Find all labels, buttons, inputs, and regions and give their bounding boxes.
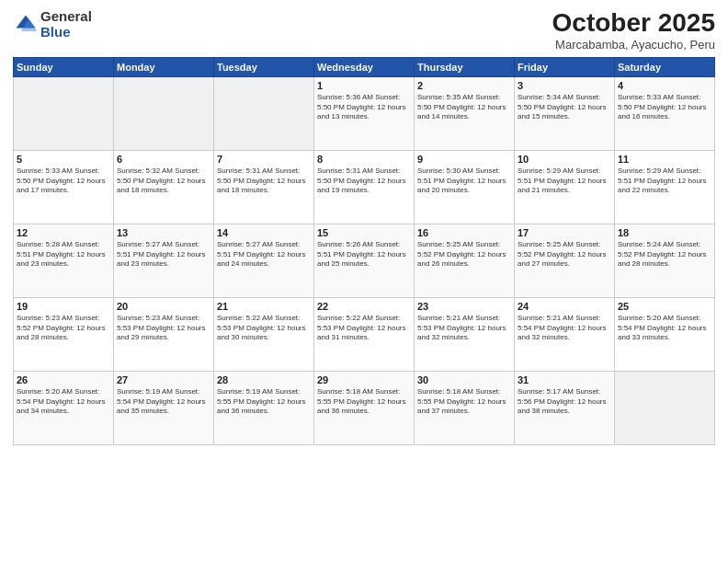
- day-number: 28: [217, 374, 311, 385]
- logo-text: General Blue: [40, 9, 92, 40]
- logo: General Blue: [13, 9, 92, 40]
- page: General Blue October 2025 Marcabamba, Ay…: [0, 0, 728, 563]
- day-info: Sunrise: 5:34 AM Sunset: 5:50 PM Dayligh…: [518, 93, 611, 122]
- calendar-cell: 22Sunrise: 5:22 AM Sunset: 5:53 PM Dayli…: [314, 297, 415, 371]
- weekday-saturday: Saturday: [615, 57, 715, 76]
- day-info: Sunrise: 5:21 AM Sunset: 5:54 PM Dayligh…: [518, 314, 611, 343]
- day-info: Sunrise: 5:19 AM Sunset: 5:55 PM Dayligh…: [217, 387, 311, 417]
- weekday-wednesday: Wednesday: [314, 57, 415, 76]
- day-info: Sunrise: 5:28 AM Sunset: 5:51 PM Dayligh…: [17, 240, 110, 270]
- day-info: Sunrise: 5:26 AM Sunset: 5:51 PM Dayligh…: [317, 240, 411, 270]
- weekday-header-row: Sunday Monday Tuesday Wednesday Thursday…: [14, 57, 715, 76]
- calendar-cell: 16Sunrise: 5:25 AM Sunset: 5:52 PM Dayli…: [415, 224, 515, 297]
- day-info: Sunrise: 5:30 AM Sunset: 5:51 PM Dayligh…: [417, 167, 511, 196]
- day-info: Sunrise: 5:27 AM Sunset: 5:51 PM Dayligh…: [117, 240, 210, 270]
- day-number: 6: [117, 154, 210, 165]
- calendar-cell: 4Sunrise: 5:33 AM Sunset: 5:50 PM Daylig…: [615, 76, 715, 150]
- calendar-cell: [214, 76, 314, 150]
- day-number: 25: [618, 301, 711, 312]
- logo-icon: [13, 12, 39, 38]
- day-number: 22: [317, 301, 411, 312]
- calendar-cell: 24Sunrise: 5:21 AM Sunset: 5:54 PM Dayli…: [515, 297, 615, 371]
- day-number: 16: [417, 227, 511, 238]
- calendar-cell: 20Sunrise: 5:23 AM Sunset: 5:53 PM Dayli…: [114, 297, 214, 371]
- day-info: Sunrise: 5:31 AM Sunset: 5:50 PM Dayligh…: [217, 167, 311, 196]
- calendar-table: Sunday Monday Tuesday Wednesday Thursday…: [13, 57, 715, 445]
- day-info: Sunrise: 5:24 AM Sunset: 5:52 PM Dayligh…: [618, 240, 711, 270]
- day-info: Sunrise: 5:36 AM Sunset: 5:50 PM Dayligh…: [317, 93, 411, 122]
- day-info: Sunrise: 5:22 AM Sunset: 5:53 PM Dayligh…: [217, 314, 311, 343]
- day-number: 14: [217, 227, 311, 238]
- calendar-header: Sunday Monday Tuesday Wednesday Thursday…: [14, 57, 715, 76]
- calendar-cell: 28Sunrise: 5:19 AM Sunset: 5:55 PM Dayli…: [214, 371, 314, 444]
- day-info: Sunrise: 5:19 AM Sunset: 5:54 PM Dayligh…: [117, 387, 210, 417]
- day-info: Sunrise: 5:29 AM Sunset: 5:51 PM Dayligh…: [618, 167, 711, 196]
- calendar-cell: 8Sunrise: 5:31 AM Sunset: 5:50 PM Daylig…: [314, 150, 415, 224]
- calendar-cell: 21Sunrise: 5:22 AM Sunset: 5:53 PM Dayli…: [214, 297, 314, 371]
- calendar-cell: 5Sunrise: 5:33 AM Sunset: 5:50 PM Daylig…: [14, 150, 114, 224]
- logo-blue-text: Blue: [40, 25, 92, 40]
- day-info: Sunrise: 5:23 AM Sunset: 5:52 PM Dayligh…: [17, 314, 110, 343]
- calendar-cell: 27Sunrise: 5:19 AM Sunset: 5:54 PM Dayli…: [114, 371, 214, 444]
- calendar-cell: 15Sunrise: 5:26 AM Sunset: 5:51 PM Dayli…: [314, 224, 415, 297]
- day-number: 19: [17, 301, 110, 312]
- day-info: Sunrise: 5:25 AM Sunset: 5:52 PM Dayligh…: [417, 240, 511, 270]
- day-number: 5: [17, 154, 110, 165]
- calendar-cell: 17Sunrise: 5:25 AM Sunset: 5:52 PM Dayli…: [515, 224, 615, 297]
- day-number: 30: [417, 374, 511, 385]
- day-info: Sunrise: 5:29 AM Sunset: 5:51 PM Dayligh…: [518, 167, 611, 196]
- day-info: Sunrise: 5:20 AM Sunset: 5:54 PM Dayligh…: [618, 314, 711, 343]
- calendar-week-5: 26Sunrise: 5:20 AM Sunset: 5:54 PM Dayli…: [14, 371, 715, 444]
- calendar-cell: 23Sunrise: 5:21 AM Sunset: 5:53 PM Dayli…: [415, 297, 515, 371]
- day-info: Sunrise: 5:27 AM Sunset: 5:51 PM Dayligh…: [217, 240, 311, 270]
- day-info: Sunrise: 5:22 AM Sunset: 5:53 PM Dayligh…: [317, 314, 411, 343]
- day-number: 21: [217, 301, 311, 312]
- day-number: 17: [518, 227, 611, 238]
- day-info: Sunrise: 5:18 AM Sunset: 5:55 PM Dayligh…: [317, 387, 411, 417]
- day-info: Sunrise: 5:18 AM Sunset: 5:55 PM Dayligh…: [417, 387, 511, 417]
- calendar-cell: 19Sunrise: 5:23 AM Sunset: 5:52 PM Dayli…: [14, 297, 114, 371]
- calendar-week-4: 19Sunrise: 5:23 AM Sunset: 5:52 PM Dayli…: [14, 297, 715, 371]
- calendar-cell: 6Sunrise: 5:32 AM Sunset: 5:50 PM Daylig…: [114, 150, 214, 224]
- weekday-monday: Monday: [114, 57, 214, 76]
- calendar-cell: 7Sunrise: 5:31 AM Sunset: 5:50 PM Daylig…: [214, 150, 314, 224]
- day-info: Sunrise: 5:17 AM Sunset: 5:56 PM Dayligh…: [518, 387, 611, 417]
- weekday-sunday: Sunday: [14, 57, 114, 76]
- weekday-friday: Friday: [515, 57, 615, 76]
- day-number: 3: [518, 80, 611, 91]
- calendar-cell: 2Sunrise: 5:35 AM Sunset: 5:50 PM Daylig…: [415, 76, 515, 150]
- calendar-week-1: 1Sunrise: 5:36 AM Sunset: 5:50 PM Daylig…: [14, 76, 715, 150]
- day-number: 8: [317, 154, 411, 165]
- day-number: 20: [117, 301, 210, 312]
- calendar-cell: 25Sunrise: 5:20 AM Sunset: 5:54 PM Dayli…: [615, 297, 715, 371]
- calendar-cell: 10Sunrise: 5:29 AM Sunset: 5:51 PM Dayli…: [515, 150, 615, 224]
- calendar-cell: [615, 371, 715, 444]
- calendar-week-2: 5Sunrise: 5:33 AM Sunset: 5:50 PM Daylig…: [14, 150, 715, 224]
- day-number: 10: [518, 154, 611, 165]
- day-number: 31: [518, 374, 611, 385]
- calendar-cell: 11Sunrise: 5:29 AM Sunset: 5:51 PM Dayli…: [615, 150, 715, 224]
- calendar-cell: 26Sunrise: 5:20 AM Sunset: 5:54 PM Dayli…: [14, 371, 114, 444]
- day-number: 1: [317, 80, 411, 91]
- day-info: Sunrise: 5:32 AM Sunset: 5:50 PM Dayligh…: [117, 167, 210, 196]
- calendar-cell: [14, 76, 114, 150]
- day-info: Sunrise: 5:25 AM Sunset: 5:52 PM Dayligh…: [518, 240, 611, 270]
- calendar-cell: 13Sunrise: 5:27 AM Sunset: 5:51 PM Dayli…: [114, 224, 214, 297]
- day-number: 7: [217, 154, 311, 165]
- calendar-cell: 12Sunrise: 5:28 AM Sunset: 5:51 PM Dayli…: [14, 224, 114, 297]
- calendar-cell: 30Sunrise: 5:18 AM Sunset: 5:55 PM Dayli…: [415, 371, 515, 444]
- calendar-title: October 2025: [552, 9, 715, 38]
- day-info: Sunrise: 5:20 AM Sunset: 5:54 PM Dayligh…: [17, 387, 110, 417]
- title-block: October 2025 Marcabamba, Ayacucho, Peru: [552, 9, 715, 52]
- weekday-tuesday: Tuesday: [214, 57, 314, 76]
- weekday-thursday: Thursday: [415, 57, 515, 76]
- day-number: 26: [17, 374, 110, 385]
- day-number: 18: [618, 227, 711, 238]
- day-number: 24: [518, 301, 611, 312]
- day-number: 2: [417, 80, 511, 91]
- day-number: 11: [618, 154, 711, 165]
- calendar-week-3: 12Sunrise: 5:28 AM Sunset: 5:51 PM Dayli…: [14, 224, 715, 297]
- day-number: 13: [117, 227, 210, 238]
- calendar-cell: 9Sunrise: 5:30 AM Sunset: 5:51 PM Daylig…: [415, 150, 515, 224]
- day-info: Sunrise: 5:33 AM Sunset: 5:50 PM Dayligh…: [17, 167, 110, 196]
